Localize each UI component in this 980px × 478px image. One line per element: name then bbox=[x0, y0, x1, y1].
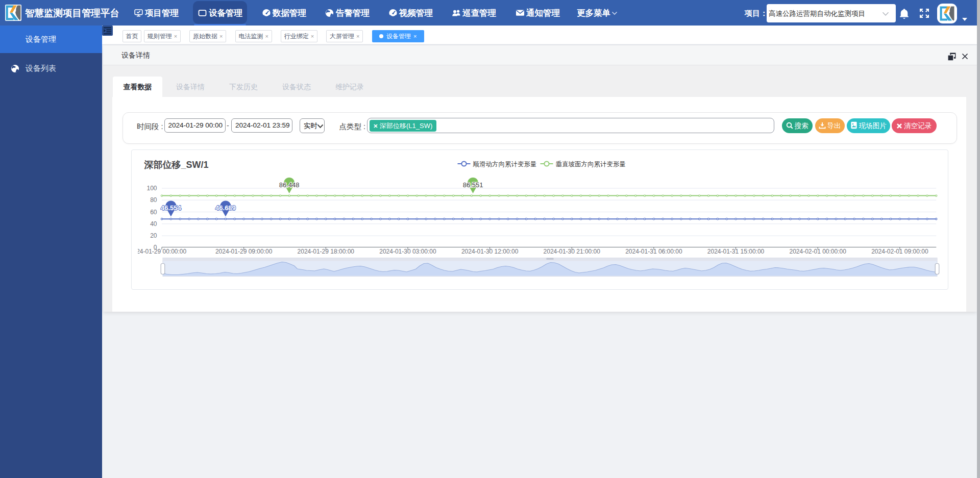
svg-text:垂直坡面方向累计变形量: 垂直坡面方向累计变形量 bbox=[555, 161, 626, 168]
svg-text:60: 60 bbox=[150, 209, 157, 216]
svg-text:2024-01-30 12:00:00: 2024-01-30 12:00:00 bbox=[461, 248, 518, 255]
svg-text:深部位移_SW/1: 深部位移_SW/1 bbox=[143, 160, 208, 170]
svg-text:80: 80 bbox=[150, 196, 157, 204]
svg-text:100: 100 bbox=[146, 185, 157, 192]
svg-text:顺滑动方向累计变形量: 顺滑动方向累计变形量 bbox=[473, 161, 536, 168]
svg-text:86.448: 86.448 bbox=[279, 181, 299, 189]
svg-text:2024-01-29 00:00:00: 2024-01-29 00:00:00 bbox=[131, 248, 187, 255]
svg-text:2024-01-31 06:00:00: 2024-01-31 06:00:00 bbox=[625, 248, 682, 255]
svg-text:2024-02-01 00:00:00: 2024-02-01 00:00:00 bbox=[789, 248, 846, 255]
svg-text:46.554: 46.554 bbox=[160, 204, 181, 212]
svg-text:86.551: 86.551 bbox=[462, 181, 483, 189]
svg-text:2024-01-31 15:00:00: 2024-01-31 15:00:00 bbox=[707, 248, 764, 255]
svg-text:2024-01-29 09:00:00: 2024-01-29 09:00:00 bbox=[215, 248, 272, 255]
svg-text:2024-01-29 18:00:00: 2024-01-29 18:00:00 bbox=[297, 248, 354, 255]
svg-text:2024-01-30 03:00:00: 2024-01-30 03:00:00 bbox=[379, 248, 436, 255]
svg-text:2024-02-01 09:00:00: 2024-02-01 09:00:00 bbox=[871, 248, 928, 255]
svg-text:46.689: 46.689 bbox=[215, 204, 236, 212]
svg-text:2024-01-30 21:00:00: 2024-01-30 21:00:00 bbox=[543, 248, 600, 255]
svg-text:20: 20 bbox=[150, 232, 157, 239]
svg-text:40: 40 bbox=[150, 220, 157, 228]
